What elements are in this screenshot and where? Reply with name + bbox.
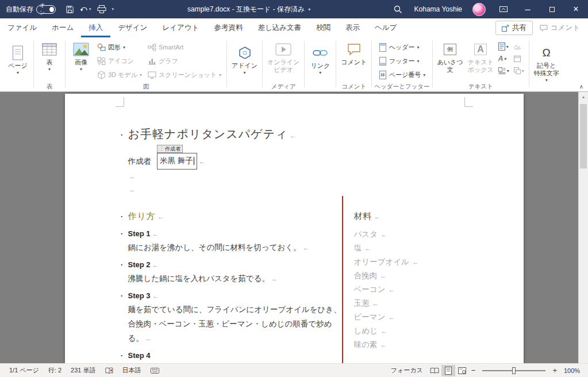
pages-label: ページ xyxy=(8,62,28,70)
word-count[interactable]: 231 単語 xyxy=(66,366,100,375)
document-title[interactable]: sample7.docx - 互換モード - 保存済み ▾ xyxy=(187,5,310,14)
ingredient-item[interactable]: しめじ← xyxy=(354,324,460,338)
header-button[interactable]: ヘッダー ▾ xyxy=(376,40,429,54)
scroll-up-icon[interactable]: ▴ xyxy=(579,92,588,102)
ingredient-item[interactable]: オリーブオイル← xyxy=(354,255,460,269)
close-button[interactable]: × xyxy=(564,0,588,18)
web-layout-button[interactable] xyxy=(455,365,469,376)
quick-parts-button[interactable]: ▾ xyxy=(496,40,512,52)
avatar[interactable] xyxy=(472,3,486,16)
zoom-slider[interactable] xyxy=(482,370,545,371)
greeting-button[interactable]: 例 あいさつ 文 xyxy=(435,39,466,74)
undo-button[interactable]: ▾ xyxy=(80,6,91,13)
drop-cap-button[interactable]: ▾ xyxy=(496,64,512,76)
page-number-button[interactable]: ページ番号 ▾ xyxy=(376,68,429,82)
tab-review[interactable]: 校閲 xyxy=(309,18,338,37)
ribbon-display-options-button[interactable] xyxy=(491,0,516,18)
quick-print-button[interactable] xyxy=(97,5,106,13)
howto-heading-line[interactable]: ▪作り方← xyxy=(128,209,342,224)
date-time-button[interactable] xyxy=(512,52,526,64)
vertical-scrollbar[interactable]: ▴ xyxy=(578,92,588,363)
autosave-toggle[interactable]: 自動保存 オン xyxy=(6,5,56,14)
focus-mode-button[interactable]: フォーカス xyxy=(386,366,428,375)
object-icon xyxy=(514,67,521,74)
tab-help[interactable]: ヘルプ xyxy=(367,18,404,37)
paragraph-mark: ← xyxy=(129,186,136,193)
author-line[interactable]: 作成者 ⋮ 作成者 米黒 舞子 ← xyxy=(128,153,460,170)
ingredient-item[interactable]: 合挽肉← xyxy=(354,269,460,283)
scrollbar-thumb[interactable] xyxy=(580,104,587,168)
tab-references[interactable]: 参考資料 xyxy=(206,18,250,37)
minimize-button[interactable]: ─ xyxy=(516,0,540,18)
pictures-button[interactable]: 画像 ▾ xyxy=(68,39,94,72)
paragraph-mark: ← xyxy=(412,259,419,266)
account-name[interactable]: Kohama Yoshie xyxy=(410,0,467,18)
links-group: リンク ▾ xyxy=(306,39,335,91)
smartart-button[interactable]: SmartArt xyxy=(145,40,224,54)
zoom-level[interactable]: 100% xyxy=(559,367,583,374)
steps-column[interactable]: ▪作り方← ▪Step 1← 鍋にお湯を沸かし、その間に材料を切っておく。← ▪… xyxy=(128,196,342,363)
tab-mailings[interactable]: 差し込み文書 xyxy=(250,18,309,37)
new-comment-button[interactable]: コメント xyxy=(339,39,369,67)
page-indicator[interactable]: 1/1 ページ xyxy=(5,366,44,375)
line-indicator[interactable]: 行: 2 xyxy=(44,366,66,375)
footer-button[interactable]: フッター ▾ xyxy=(376,54,429,68)
content-control-tag[interactable]: ⋮ 作成者 xyxy=(157,145,183,153)
empty-paragraph[interactable]: ← xyxy=(128,170,460,183)
zoom-out-button[interactable]: − xyxy=(469,366,478,375)
online-video-button[interactable]: オンライン ビデオ xyxy=(265,39,302,74)
ingredient-item[interactable]: ベーコン← xyxy=(354,283,460,297)
author-content-control[interactable]: ⋮ 作成者 米黒 舞子 xyxy=(157,153,197,170)
empty-paragraph[interactable]: ← xyxy=(128,183,460,196)
icons-button[interactable]: アイコン xyxy=(94,54,145,68)
tab-layout[interactable]: レイアウト xyxy=(155,18,206,37)
pages-button[interactable]: ページ ▾ xyxy=(5,39,31,76)
share-button[interactable]: 共有 xyxy=(495,21,533,35)
zoom-slider-thumb[interactable] xyxy=(512,367,516,374)
ingredient-item[interactable]: 玉葱← xyxy=(354,297,460,310)
3d-models-button[interactable]: 3D モデル ▾ xyxy=(94,68,145,82)
search-button[interactable] xyxy=(387,0,410,18)
ingredient-item[interactable]: 味の素← xyxy=(354,338,460,352)
ingredient-item[interactable]: ピーマン← xyxy=(354,310,460,324)
tab-home[interactable]: ホーム xyxy=(44,18,81,37)
comments-pane-button[interactable]: コメント xyxy=(540,23,580,33)
wordart-button[interactable]: A ▾ xyxy=(496,52,512,64)
chart-button[interactable]: グラフ xyxy=(145,54,224,68)
shapes-button[interactable]: 図形 ▾ xyxy=(94,40,145,54)
table-button[interactable]: 表 ▾ xyxy=(36,39,63,72)
document-page[interactable]: ▪お手軽ナポリタンスパゲティ← 作成者 ⋮ 作成者 米黒 舞子 ← ← ← xyxy=(65,94,524,363)
tab-file[interactable]: ファイル xyxy=(0,18,44,37)
screenshot-button[interactable]: スクリーンショット ▾ xyxy=(145,68,224,82)
ingredient-item[interactable]: パスタ← xyxy=(354,228,460,241)
symbols-button[interactable]: Ω 記号と 特殊文字 ▾ xyxy=(532,39,562,83)
zoom-in-button[interactable]: + xyxy=(550,366,559,375)
paragraph-mark: ← xyxy=(388,286,395,293)
tab-design[interactable]: デザイン xyxy=(110,18,155,37)
print-layout-button[interactable] xyxy=(441,365,455,376)
author-value[interactable]: 米黒 舞子 xyxy=(160,154,193,168)
outline-mark: ▪ xyxy=(121,349,122,362)
proofing-status-button[interactable] xyxy=(101,367,118,374)
ime-mode-button[interactable] xyxy=(146,368,164,374)
object-button[interactable]: ▾ xyxy=(512,64,526,76)
collapse-ribbon-button[interactable]: ∧ xyxy=(579,83,583,90)
read-mode-icon xyxy=(430,367,439,374)
addins-button[interactable]: アドイン ▾ xyxy=(229,39,260,76)
customize-qat-button[interactable]: ▾ xyxy=(112,7,114,11)
language-indicator[interactable]: 日本語 xyxy=(118,366,146,375)
textbox-button[interactable]: A テキスト ボックス xyxy=(466,39,496,74)
save-button[interactable] xyxy=(66,5,74,14)
share-label: 共有 xyxy=(512,23,526,33)
ingredients-heading-line[interactable]: 材料← xyxy=(354,209,460,224)
tab-insert[interactable]: 挿入 xyxy=(81,18,110,37)
ingredients-column[interactable]: 材料← パスタ← 塩← オリーブオイル← 合挽肉← ベーコン← 玉葱← ピーマン… xyxy=(343,196,460,363)
read-mode-button[interactable] xyxy=(428,365,441,376)
maximize-button[interactable] xyxy=(540,0,564,18)
signature-line-button[interactable] xyxy=(512,40,526,52)
ingredient-item[interactable]: 塩← xyxy=(354,241,460,255)
tab-view[interactable]: 表示 xyxy=(338,18,367,37)
autosave-switch[interactable]: オン xyxy=(36,5,56,14)
doc-title-line[interactable]: ▪お手軽ナポリタンスパゲティ← xyxy=(128,126,460,144)
link-button[interactable]: リンク ▾ xyxy=(307,39,333,76)
